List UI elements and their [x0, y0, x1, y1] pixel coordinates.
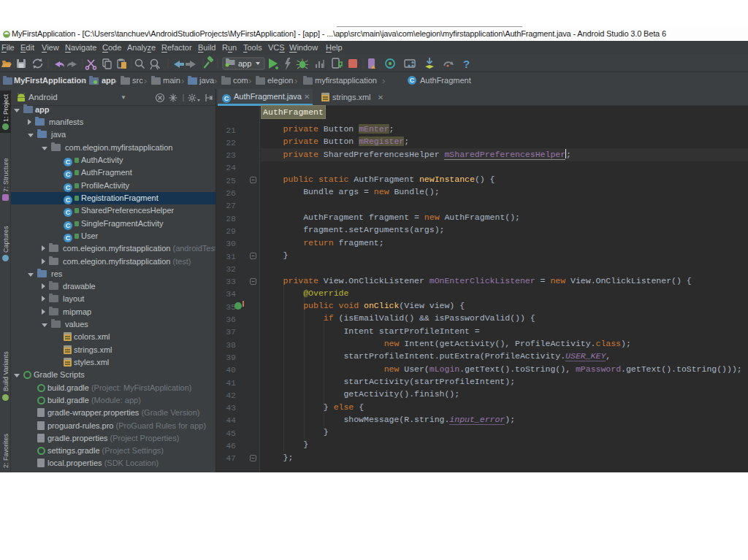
- svg-text:?: ?: [463, 58, 470, 70]
- svg-text:app: app: [238, 59, 251, 68]
